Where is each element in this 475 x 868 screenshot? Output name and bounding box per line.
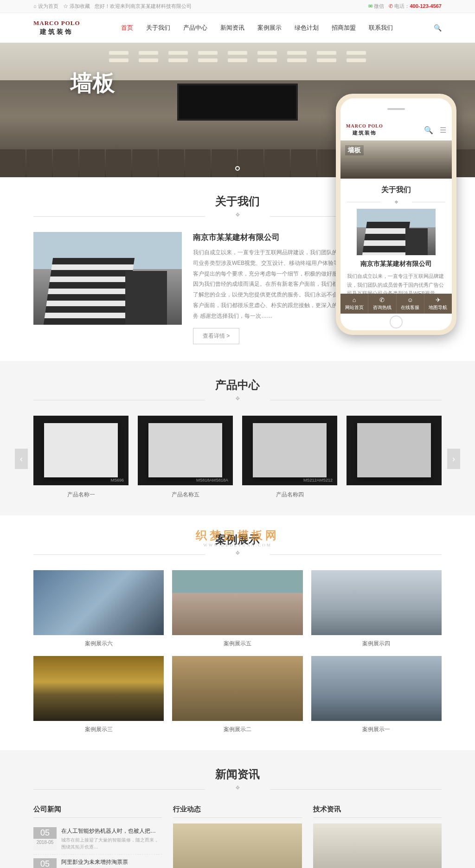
nav-news[interactable]: 新闻资讯 xyxy=(220,24,244,32)
phone-search-icon[interactable]: 🔍 xyxy=(424,126,433,135)
case-item[interactable]: 案例展示二 xyxy=(172,656,302,733)
products-sec-title: 产品中心 xyxy=(33,378,442,392)
news-item[interactable]: 052018-05阿里影业为未来增持淘票票城市在为了改进影院的票房环境，阿里影业… xyxy=(33,855,162,868)
add-favorite-link[interactable]: ☆ 添加收藏 xyxy=(63,3,90,10)
phone-company-name: 南京市某某建材有限公司 xyxy=(347,260,445,268)
phone-tab-home[interactable]: ⌂网站首页 xyxy=(340,294,368,314)
nav-join[interactable]: 招商加盟 xyxy=(332,24,356,32)
nav-cases[interactable]: 案例展示 xyxy=(257,24,282,32)
phone-tab-hotline[interactable]: ✆咨询热线 xyxy=(368,294,396,314)
phone-tab-map[interactable]: ✈地图导航 xyxy=(424,294,452,314)
banner-title: 墙板 xyxy=(71,68,115,98)
cases-section: 案例展示 ❖ 案例展示六 案例展示五 案例展示四 案例展示三 案例展示二 案例展… xyxy=(0,515,475,750)
news-col-tech: 技术资讯 噪音给人带来生理上和心理上的伤害2018-05-05 高晶板与硅钙板之… xyxy=(313,805,442,868)
case-item[interactable]: 案例展示四 xyxy=(311,570,442,648)
nav-home[interactable]: 首页 xyxy=(121,24,133,32)
banner-indicator[interactable] xyxy=(235,166,240,171)
nav-about[interactable]: 关于我们 xyxy=(146,24,170,32)
phone-icon: ✆ xyxy=(389,3,393,9)
case-item[interactable]: 案例展示五 xyxy=(172,570,302,648)
nav-products[interactable]: 产品中心 xyxy=(183,24,207,32)
watermark: 织梦园模板网 WWW.DEDEYUAN.COM xyxy=(196,528,279,547)
welcome-text: 您好！欢迎来到南京某某建材科技有限公司 xyxy=(95,3,192,10)
product-prev-arrow[interactable]: ‹ xyxy=(15,449,28,469)
header: MARCO POLO 建筑装饰 首页 关于我们 产品中心 新闻资讯 案例展示 绿… xyxy=(0,13,475,43)
about-more-button[interactable]: 查看详情 > xyxy=(193,328,239,344)
news-col-company: 公司新闻 052018-05在人工智能炒热机器人时，也被人把…城市在前上接迎了大… xyxy=(33,805,162,868)
home-icon: ⌂ xyxy=(33,3,37,9)
product-item[interactable]: MS696 产品名称一 xyxy=(33,416,128,499)
phone-label: ✆ 电话：400-123-4567 xyxy=(389,3,442,10)
case-item[interactable]: 案例展示一 xyxy=(311,656,442,733)
product-item[interactable] xyxy=(347,416,442,499)
product-next-arrow[interactable]: › xyxy=(447,449,460,469)
phone-about-desc: 我们自成立以来，一直专注于互联网品牌建设，我们团队的成员曾务于国内优秀广告公司及… xyxy=(347,272,445,294)
phone-home-button[interactable] xyxy=(390,315,403,328)
phone-bottom-tabs: ⌂网站首页 ✆咨询热线 ☺在线客服 ✈地图导航 xyxy=(340,294,452,314)
phone-number: 400-123-4567 xyxy=(410,3,442,9)
news-col-industry: 行业动态 比特币价格回稳，但是考期才刚刚开始2018-05-05 传统企业如何应… xyxy=(173,805,302,868)
news-sec-title: 新闻资讯 xyxy=(33,767,442,782)
case-item[interactable]: 案例展示六 xyxy=(33,570,164,648)
wechat-link[interactable]: ✉ 微信 xyxy=(368,3,384,10)
products-section: 产品中心 ❖ ‹ › MS696 产品名称一 MS818AMS818A 产品名称… xyxy=(0,361,475,515)
set-homepage-link[interactable]: ⌂ 设为首页 xyxy=(33,3,58,10)
product-item[interactable]: MS818AMS818A 产品名称五 xyxy=(138,416,233,499)
news-image xyxy=(173,823,302,868)
phone-mockup: MARCO POLO建筑装饰 🔍 ☰ 墙板 关于我们 ❖ 南京市某某建材有限公司… xyxy=(336,94,456,335)
search-icon[interactable]: 🔍 xyxy=(434,24,442,32)
main-nav: 首页 关于我们 产品中心 新闻资讯 案例展示 绿色计划 招商加盟 联系我们 xyxy=(121,24,393,32)
wechat-icon: ✉ xyxy=(368,3,372,9)
case-item[interactable]: 案例展示三 xyxy=(33,656,164,733)
nav-contact[interactable]: 联系我们 xyxy=(369,24,393,32)
news-section: 新闻资讯 ❖ 公司新闻 052018-05在人工智能炒热机器人时，也被人把…城市… xyxy=(0,750,475,868)
logo[interactable]: MARCO POLO 建筑装饰 xyxy=(33,19,80,36)
topbar: ⌂ 设为首页 ☆ 添加收藏 您好！欢迎来到南京某某建材科技有限公司 ✉ 微信 ✆… xyxy=(0,0,475,13)
phone-about-title: 关于我们 xyxy=(347,185,445,195)
about-image xyxy=(33,232,182,325)
news-image xyxy=(313,823,442,868)
phone-tab-service[interactable]: ☺在线客服 xyxy=(397,294,424,314)
phone-menu-icon[interactable]: ☰ xyxy=(440,126,446,135)
nav-green[interactable]: 绿色计划 xyxy=(295,24,319,32)
star-icon: ☆ xyxy=(63,3,68,9)
news-item[interactable]: 052018-05在人工智能炒热机器人时，也被人把…城市在前上接迎了大量的智能装… xyxy=(33,823,162,855)
product-item[interactable]: MS212AMS212 产品名称四 xyxy=(242,416,337,499)
